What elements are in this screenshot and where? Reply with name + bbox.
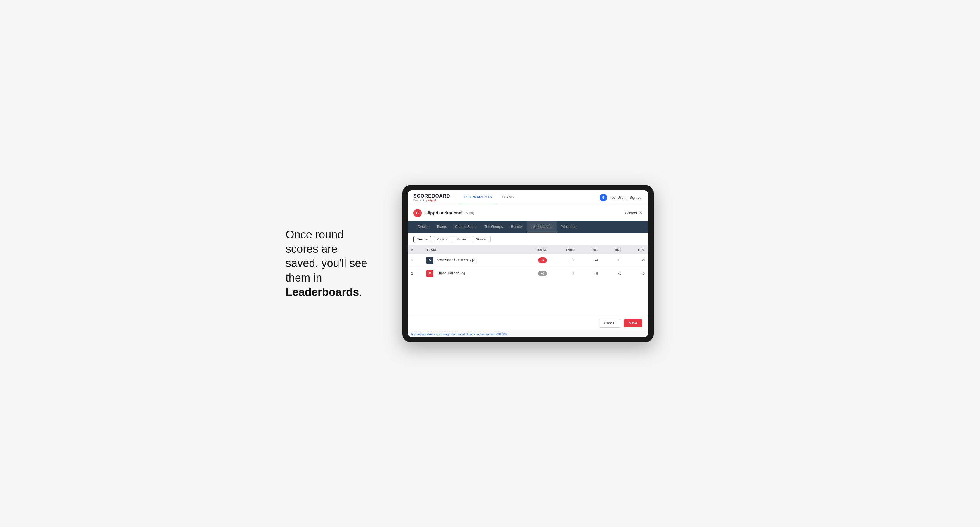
col-rd3: RD3 <box>625 246 648 254</box>
tab-results[interactable]: Results <box>507 221 527 233</box>
table-row: 1 S Scoreboard University [A] -5 F -4 +5 <box>408 254 648 267</box>
nav-tournaments[interactable]: TOURNAMENTS <box>459 190 497 205</box>
filter-teams-button[interactable]: Teams <box>414 236 431 243</box>
team-1-thru: F <box>550 254 578 267</box>
bottom-bar: Cancel Save <box>408 315 648 331</box>
team-2-score-badge: +3 <box>538 270 547 276</box>
tab-tee-groups[interactable]: Tee Groups <box>480 221 507 233</box>
filter-players-button[interactable]: Players <box>433 236 451 243</box>
logo-area: SCOREBOARD Powered by clippd <box>414 194 450 202</box>
logo-text: SCOREBOARD <box>414 194 450 199</box>
rank-1: 1 <box>408 254 423 267</box>
team-1-rd3: -6 <box>625 254 648 267</box>
close-icon[interactable]: ✕ <box>639 210 643 216</box>
user-name: Test User | <box>610 195 627 200</box>
sidebar-description: Once round scores are saved, you'll see … <box>286 228 379 300</box>
tab-details[interactable]: Details <box>414 221 433 233</box>
cancel-button[interactable]: Cancel <box>599 319 621 328</box>
sidebar-highlight: Leaderboards <box>286 286 359 298</box>
sidebar-line2: scores are <box>286 243 337 255</box>
tournament-header: C Clippd Invitational (Men) Cancel ✕ <box>408 205 648 221</box>
cancel-header-label: Cancel <box>625 211 637 215</box>
tournament-name: Clippd Invitational <box>425 210 463 215</box>
tournament-type: (Men) <box>464 211 474 215</box>
sidebar-line3: saved, you'll see <box>286 257 368 269</box>
team-2-rd2: -8 <box>601 267 625 280</box>
cancel-header-button[interactable]: Cancel ✕ <box>625 210 643 216</box>
team-1-rd1: -4 <box>578 254 601 267</box>
col-rank: # <box>408 246 423 254</box>
nav-links: TOURNAMENTS TEAMS <box>459 190 519 205</box>
sub-nav: Details Teams Course Setup Tee Groups Re… <box>408 221 648 233</box>
tablet-screen: SCOREBOARD Powered by clippd TOURNAMENTS… <box>408 190 648 337</box>
logo-powered: Powered by clippd <box>414 199 450 202</box>
team-2-rd1: +8 <box>578 267 601 280</box>
table-container: # TEAM TOTAL THRU RD1 RD2 RD3 1 <box>408 246 648 315</box>
page-wrapper: Once round scores are saved, you'll see … <box>286 185 694 342</box>
col-rd2: RD2 <box>601 246 625 254</box>
tournament-icon: C <box>414 209 422 217</box>
team-2-rd3: +3 <box>625 267 648 280</box>
col-thru: THRU <box>550 246 578 254</box>
team-2-total: +3 <box>520 267 550 280</box>
team-1-logo: S <box>426 257 433 264</box>
team-2-logo: C <box>426 270 433 277</box>
filter-scores-button[interactable]: Scores <box>453 236 471 243</box>
status-url: https://stage-blue-coach.stagescoreboard… <box>411 333 507 336</box>
leaderboard-table: # TEAM TOTAL THRU RD1 RD2 RD3 1 <box>408 246 648 315</box>
sidebar-line4: them in <box>286 271 322 284</box>
save-button[interactable]: Save <box>624 319 643 327</box>
team-1-name: S Scoreboard University [A] <box>423 254 520 267</box>
tab-teams[interactable]: Teams <box>433 221 451 233</box>
team-2-thru: F <box>550 267 578 280</box>
sidebar-line1: Once round <box>286 229 344 241</box>
nav-teams[interactable]: TEAMS <box>497 190 519 205</box>
col-rd1: RD1 <box>578 246 601 254</box>
tab-course-setup[interactable]: Course Setup <box>451 221 480 233</box>
tablet-frame: SCOREBOARD Powered by clippd TOURNAMENTS… <box>402 185 654 342</box>
sign-out-link[interactable]: Sign out <box>630 195 643 200</box>
user-avatar: S <box>600 194 607 202</box>
team-2-name: C Clippd College [A] <box>423 267 520 280</box>
filter-bar: Teams Players Scores Strokes <box>408 233 648 246</box>
table-row: 2 C Clippd College [A] +3 F +8 -8 +3 <box>408 267 648 280</box>
status-bar: https://stage-blue-coach.stagescoreboard… <box>408 331 648 337</box>
nav-right: S Test User | Sign out <box>600 194 643 202</box>
team-1-total: -5 <box>520 254 550 267</box>
rank-2: 2 <box>408 267 423 280</box>
team-1-rd2: +5 <box>601 254 625 267</box>
logo-brand: clippd <box>428 199 436 202</box>
table-header-row: # TEAM TOTAL THRU RD1 RD2 RD3 <box>408 246 648 254</box>
tab-leaderboards[interactable]: Leaderboards <box>527 221 556 233</box>
filter-strokes-button[interactable]: Strokes <box>472 236 491 243</box>
team-1-score-badge: -5 <box>538 257 547 263</box>
top-nav: SCOREBOARD Powered by clippd TOURNAMENTS… <box>408 190 648 205</box>
col-total: TOTAL <box>520 246 550 254</box>
spacer-row <box>408 280 648 315</box>
col-team: TEAM <box>423 246 520 254</box>
tab-printables[interactable]: Printables <box>557 221 580 233</box>
